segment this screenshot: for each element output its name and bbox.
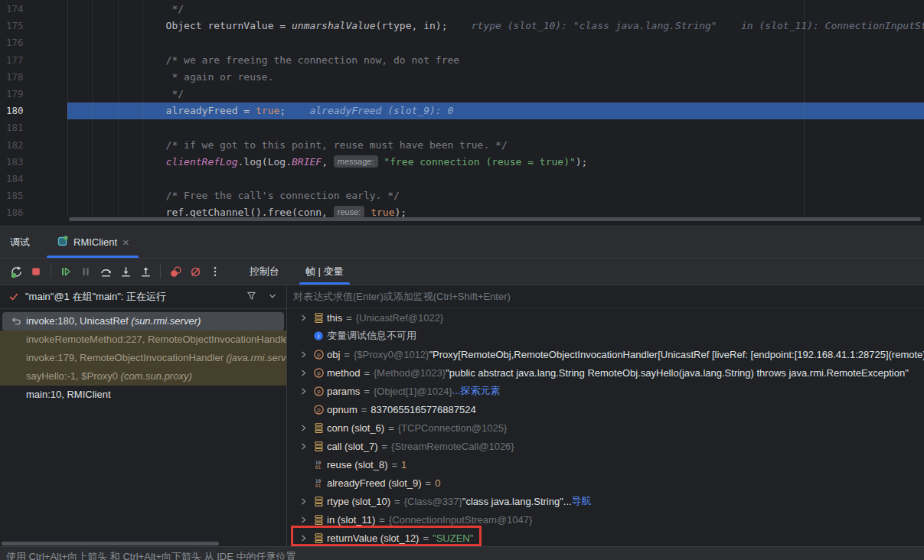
variable-row-call[interactable]: call (slot_7)={StreamRemoteCall@1026}: [287, 437, 924, 455]
step-over-icon[interactable]: [96, 262, 116, 281]
variable-value: {$Proxy0@1012}: [354, 349, 429, 360]
expand-chevron-icon[interactable]: [296, 369, 310, 377]
stack-frame-row[interactable]: invoke:179, RemoteObjectInvocationHandle…: [0, 349, 286, 367]
status-close-icon[interactable]: ×: [269, 550, 276, 560]
variable-name: params: [327, 386, 360, 397]
variable-row-opnum[interactable]: popnum=8370655165776887524: [287, 400, 924, 418]
stop-icon[interactable]: [26, 262, 46, 281]
variable-row-returnValue[interactable]: returnValue (slot_12)="SUZEN": [287, 529, 924, 546]
primitive-icon: 1001: [310, 477, 327, 489]
variable-name: in (slot_11): [327, 514, 375, 526]
variable-value: {UnicastRef@1022}: [356, 312, 443, 324]
return-arrow-icon: [11, 315, 22, 330]
variable-row-alreadyFreed[interactable]: 1001alreadyFreed (slot_9)=0: [287, 474, 924, 492]
variable-row-in[interactable]: in (slot_11)={ConnectionInputStream@1047…: [287, 510, 924, 529]
more-options-icon[interactable]: [205, 262, 225, 281]
expand-chevron-icon[interactable]: [296, 497, 310, 506]
expand-chevron-icon[interactable]: [296, 516, 310, 524]
variable-row-obj[interactable]: pobj={$Proxy0@1012} "Proxy[RemoteObj,Rem…: [287, 345, 924, 363]
variable-name: rtype (slot_10): [327, 496, 390, 507]
toolbar-separator: [160, 265, 161, 278]
variable-row-this[interactable]: this={UnicastRef@1022}: [287, 308, 924, 327]
debug-toolbar-icons: [6, 262, 225, 281]
variable-value: {Method@1023}: [374, 367, 446, 379]
step-into-icon[interactable]: [116, 262, 135, 281]
variable-name: call (slot_7): [327, 441, 377, 452]
filter-funnel-icon[interactable]: [246, 290, 257, 304]
expand-chevron-icon[interactable]: [296, 350, 310, 359]
stack-frame-row[interactable]: sayHello:-1, $Proxy0 (com.sun.proxy): [0, 367, 286, 386]
chevron-down-icon[interactable]: [268, 290, 277, 304]
stack-frame-row[interactable]: invoke:180, UnicastRef (sun.rmi.server): [2, 312, 284, 330]
variable-row-conn[interactable]: conn (slot_6)={TCPConnection@1025}: [287, 418, 924, 437]
line-number[interactable]: 180: [6, 103, 44, 119]
line-number[interactable]: 176: [6, 34, 44, 51]
tab-rmiclient[interactable]: RMIClient ×: [47, 226, 139, 258]
code-line-178: 178 * again or reuse.: [0, 69, 924, 86]
line-number[interactable]: 178: [6, 69, 44, 86]
tab-frames-variables[interactable]: 帧 | 变量: [298, 259, 351, 285]
variable-row-params[interactable]: pparams={Object[1]@1024} ...探索元素: [287, 382, 924, 400]
variable-name: returnValue (slot_12): [327, 532, 419, 544]
variable-action-link[interactable]: 导航: [572, 494, 592, 508]
tab-close-icon[interactable]: ×: [122, 236, 129, 248]
variable-value: {StreamRemoteCall@1026}: [391, 441, 514, 452]
thread-status-check-icon: [8, 291, 19, 302]
thread-selector[interactable]: "main"@1 在组"main": 正在运行: [0, 285, 286, 309]
code-line-184: 184: [0, 171, 924, 187]
frame-package: (java.rmi.serv: [227, 352, 286, 363]
line-number[interactable]: 183: [6, 154, 44, 171]
line-number[interactable]: 182: [6, 137, 44, 154]
line-number[interactable]: 179: [6, 86, 44, 103]
frames-horizontal-scrollbar[interactable]: [2, 542, 219, 545]
code-line-176: 176: [0, 34, 924, 51]
expand-chevron-icon[interactable]: [296, 534, 310, 542]
line-number[interactable]: 177: [6, 52, 44, 69]
variable-action-link[interactable]: ...探索元素: [452, 384, 501, 398]
equals-sign: =: [364, 367, 370, 379]
expand-chevron-icon[interactable]: [296, 424, 310, 432]
mute-breakpoints-icon[interactable]: [165, 262, 185, 281]
variable-value: ...: [563, 496, 572, 507]
step-out-icon[interactable]: [135, 262, 155, 281]
variable-value: "class java.lang.String": [462, 496, 563, 507]
stack-frame-row[interactable]: main:10, RMIClient: [0, 386, 286, 404]
line-number[interactable]: 184: [6, 171, 44, 187]
info-message: 变量调试信息不可用: [327, 329, 416, 343]
expand-chevron-icon[interactable]: [296, 314, 310, 322]
line-number[interactable]: 186: [6, 204, 44, 221]
variable-row-rtype[interactable]: rtype (slot_10)={Class@337} "class java.…: [287, 492, 924, 510]
frames-list: invoke:180, UnicastRef (sun.rmi.server)i…: [0, 312, 286, 404]
expand-chevron-icon[interactable]: [296, 442, 310, 451]
parameter-hint-badge[interactable]: message:: [334, 155, 378, 168]
equals-sign: =: [426, 477, 432, 489]
line-number[interactable]: 181: [6, 119, 44, 136]
variable-value: {TCPConnection@1025}: [398, 422, 508, 434]
tab-console[interactable]: 控制台: [242, 259, 287, 285]
resume-icon[interactable]: [56, 262, 76, 281]
equals-sign: =: [346, 312, 352, 324]
expand-chevron-icon[interactable]: [296, 387, 310, 396]
info-icon: i: [310, 330, 327, 341]
code-text: /* we are freeing the connection now, do…: [118, 52, 459, 69]
variable-name: this: [327, 312, 342, 324]
variable-value: "Proxy[RemoteObj,RemoteObjectInvocationH…: [429, 349, 924, 360]
parameter-hint-badge[interactable]: reuse:: [334, 206, 365, 218]
line-number[interactable]: 174: [6, 1, 44, 18]
code-line-175: 175 Object returnValue = unmarshalValue(…: [0, 18, 924, 34]
variable-info-row[interactable]: i变量调试信息不可用: [287, 327, 924, 345]
editor-horizontal-scrollbar[interactable]: [69, 217, 921, 221]
variable-row-method[interactable]: pmethod={Method@1023} "public abstract j…: [287, 363, 924, 382]
svg-text:p: p: [317, 388, 321, 395]
line-number[interactable]: 185: [6, 187, 44, 204]
evaluate-expression-input[interactable]: 对表达式求值(Enter)或添加监视(Ctrl+Shift+Enter): [287, 285, 924, 308]
pause-icon[interactable]: [76, 262, 96, 281]
variable-value: {Class@337}: [404, 496, 462, 507]
rerun-debug-icon[interactable]: [6, 262, 26, 281]
debugger-toolbar: 控制台 帧 | 变量: [0, 259, 924, 285]
variable-row-reuse[interactable]: 1001reuse (slot_8)=1: [287, 455, 924, 474]
stack-frame-row[interactable]: invokeRemoteMethod:227, RemoteObjectInvo…: [0, 330, 286, 349]
line-number[interactable]: 175: [6, 18, 44, 34]
frames-variables-tab-label: 帧 | 变量: [305, 265, 344, 278]
breakpoint-muted-icon[interactable]: [185, 262, 205, 281]
